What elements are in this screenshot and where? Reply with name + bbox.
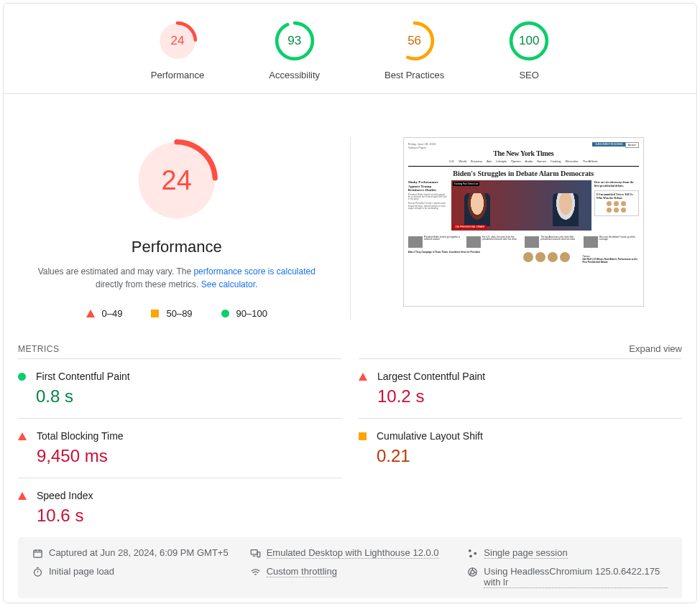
screenshot-panel: SUBSCRIBE FOR $1/WEEK Account Friday, Ju… [351,137,683,319]
expand-view-link[interactable]: Expand view [629,343,682,354]
svg-point-12 [469,554,472,557]
see-calculator-link[interactable]: See calculator. [201,279,258,289]
metric-si[interactable]: Speed Index 10.6 s [18,478,341,537]
metric-tbt[interactable]: Total Blocking Time 9,450 ms [18,418,341,478]
footer-text: Initial page load [49,566,114,577]
triangle-red-icon [359,373,367,381]
gauge-score: 100 [509,21,549,61]
metric-name: First Contentful Paint [36,371,341,382]
footer-chromium: Using HeadlessChromium 125.0.6422.175 wi… [467,566,668,588]
ss-votebox-title: 6 Uncommitted Voters Tell Us Who Won the… [597,192,637,200]
circle-green-icon [221,310,229,317]
legend-avg: 50–89 [151,308,192,319]
devices-icon [250,548,261,559]
performance-big-gauge: 24 [134,137,220,223]
metric-value: 0.8 s [36,386,341,406]
gauge-circle: 93 [275,21,315,61]
gauges-row: 24 Performance 93 Accessibility 56 Best … [4,4,696,94]
ss-main-image: Tracking Fact Check Live CNN PRESIDENTIA… [451,180,591,231]
gauge-label: Accessibility [269,70,320,80]
square-orange-icon [151,310,159,317]
metric-value: 10.6 s [37,506,341,526]
gauge-seo[interactable]: 100 SEO [509,21,549,80]
gauge-score: 24 [157,21,198,61]
gauge-circle: 24 [157,21,198,61]
footer-text: Captured at Jun 28, 2024, 6:09 PM GMT+5 [49,547,229,558]
ss-subhead: Shaky Performance Against Trump Reinforc… [408,180,448,192]
gauge-best-practices[interactable]: 56 Best Practices [384,21,444,80]
performance-big-score: 24 [134,137,220,223]
ss-subscribe-button: SUBSCRIBE FOR $1/WEEK [592,142,625,147]
svg-rect-7 [34,550,42,557]
svg-rect-9 [257,552,260,557]
metrics-header: METRICS Expand view [4,336,696,358]
desc-text: Values are estimated and may vary. The [38,266,194,277]
svg-rect-8 [251,550,257,554]
svg-point-15 [471,570,474,574]
footer-captured: Captured at Jun 28, 2024, 6:09 PM GMT+5 [32,547,233,559]
ss-sidehead: Here are six takeaways from the first pr… [594,180,639,187]
wifi-icon [250,567,261,577]
triangle-red-icon [18,432,27,440]
calendar-icon [32,548,43,559]
gauge-score: 93 [275,21,315,61]
ss-todays-paper: Today's Paper [408,146,426,149]
metric-name: Speed Index [37,490,341,501]
performance-section: 24 Performance Values are estimated and … [4,94,696,336]
footer-text[interactable]: Custom throttling [267,566,337,577]
timer-icon [32,567,43,577]
metric-name: Largest Contentful Paint [377,371,682,382]
legend-label: 50–89 [166,308,192,319]
score-calc-link[interactable]: performance score is calculated [193,266,315,277]
metrics-title: METRICS [18,344,60,354]
report-container: 24 Performance 93 Accessibility 56 Best … [3,3,697,603]
gauge-accessibility[interactable]: 93 Accessibility [269,21,320,80]
gauge-label: Best Practices [384,70,444,80]
ss-headline: Biden's Struggles in Debate Alarm Democr… [437,169,610,177]
circle-green-icon [18,373,26,381]
square-orange-icon [359,432,367,440]
nodes-icon [467,548,478,559]
desc-text: directly from these metrics. [96,279,201,289]
ss-nav: U.S.WorldBusinessArtsLifestyleOpinionAud… [408,159,639,164]
triangle-red-icon [86,310,95,317]
metric-value: 0.21 [377,446,682,466]
legend-fail: 0–49 [86,308,123,319]
footer-emulated: Emulated Desktop with Lighthouse 12.0.0 [250,547,451,559]
footer-text[interactable]: Using HeadlessChromium 125.0.6422.175 wi… [484,566,668,588]
svg-point-10 [469,549,471,552]
ss-logo: The New York Times [408,149,639,157]
metric-name: Cumulative Layout Shift [377,430,682,442]
metric-cls[interactable]: Cumulative Layout Shift 0.21 [359,418,682,478]
performance-description: Values are estimated and may vary. The p… [26,265,328,291]
performance-title: Performance [132,238,222,256]
legend-pass: 90–100 [221,308,267,319]
gauge-score: 56 [395,21,435,61]
gauge-label: SEO [519,70,538,80]
performance-summary: 24 Performance Values are estimated and … [18,137,351,319]
metrics-grid: First Contentful Paint 0.8 s Largest Con… [4,358,696,537]
metric-fcp[interactable]: First Contentful Paint 0.8 s [18,358,341,418]
page-screenshot: SUBSCRIBE FOR $1/WEEK Account Friday, Ju… [403,137,644,307]
footer-throttling: Custom throttling [250,566,451,588]
metric-value: 10.2 s [377,386,682,406]
ss-account: Account [625,142,639,148]
triangle-red-icon [18,492,27,500]
metric-value: 9,450 ms [37,446,341,466]
gauge-label: Performance [151,70,204,80]
runtime-footer: Captured at Jun 28, 2024, 6:09 PM GMT+5 … [18,537,682,598]
footer-session: Single page session [467,547,668,559]
legend-label: 0–49 [102,308,123,319]
gauge-performance[interactable]: 24 Performance [151,21,204,80]
chrome-icon [467,567,478,577]
metric-name: Total Blocking Time [37,430,341,442]
score-legend: 0–49 50–89 90–100 [86,308,267,319]
gauge-circle: 100 [509,21,549,61]
footer-text[interactable]: Single page session [484,547,567,559]
footer-initial: Initial page load [32,566,233,588]
svg-point-11 [474,552,477,555]
metric-lcp[interactable]: Largest Contentful Paint 10.2 s [359,358,682,418]
footer-text[interactable]: Emulated Desktop with Lighthouse 12.0.0 [267,547,439,559]
gauge-circle: 56 [395,21,435,61]
legend-label: 90–100 [236,308,267,319]
